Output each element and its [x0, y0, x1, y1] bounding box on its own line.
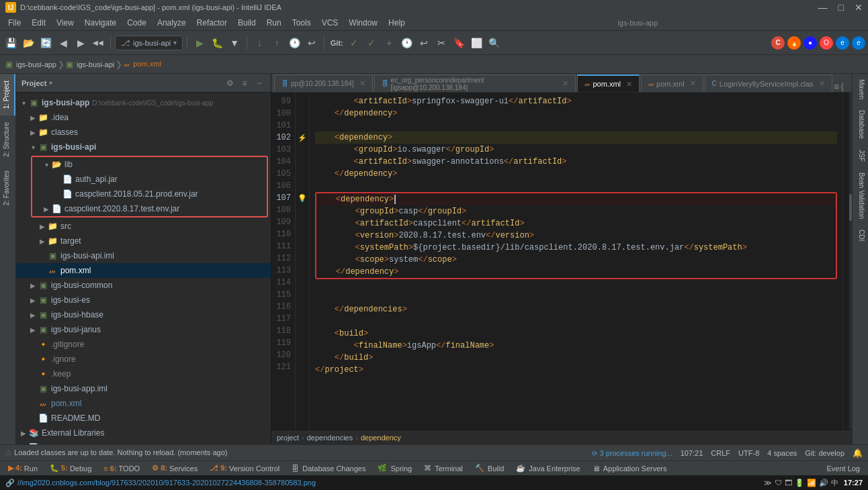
save-btn[interactable]: 💾: [3, 35, 19, 51]
status-indent[interactable]: 4 spaces: [767, 449, 797, 457]
code-area[interactable]: <artifactId>springfox-swagger-ui</artifa…: [310, 93, 842, 430]
chrome-icon[interactable]: C: [771, 36, 785, 50]
breadcrumb-pom[interactable]: 𝓂 pom.xml: [124, 60, 161, 68]
tree-busi-api[interactable]: ▾ ▣ igs-busi-api: [16, 140, 271, 154]
tab-db1[interactable]: 🗄 pp@10.200.138.184] ✕: [274, 75, 373, 92]
tree-app-iml[interactable]: ▣ igs-busi-app.iml: [16, 381, 271, 396]
bottom-java-enterprise-btn[interactable]: ☕ Java Enterprise: [511, 462, 585, 474]
menu-help[interactable]: Help: [383, 17, 410, 29]
bottom-db-changes-btn[interactable]: 🗄 Database Changes: [286, 463, 371, 474]
bookmark-btn[interactable]: 🔖: [451, 35, 467, 51]
run-config-btn[interactable]: ▼: [226, 35, 243, 51]
git-tick2[interactable]: ✓: [363, 35, 380, 51]
tree-busi-es[interactable]: ▶ ▣ igs-busi-es: [16, 293, 271, 307]
tree-ignore[interactable]: 🔸 .ignore: [16, 352, 271, 366]
git-tick1[interactable]: ✓: [346, 35, 362, 51]
bottom-spring-btn[interactable]: 🌿 Spring: [372, 462, 417, 474]
tree-api-pom[interactable]: 𝓂 pom.xml: [16, 263, 271, 278]
status-encoding[interactable]: UTF-8: [738, 449, 759, 457]
revert-btn[interactable]: ↩: [416, 35, 432, 51]
search-btn[interactable]: 🔍: [486, 35, 502, 51]
editor-settings-btn[interactable]: ≡: [834, 81, 839, 92]
bottom-event-log-btn[interactable]: Event Log: [821, 463, 865, 474]
tree-readme[interactable]: 📄 README.MD: [16, 411, 271, 426]
bottom-terminal-btn[interactable]: ⌘ Terminal: [419, 462, 468, 474]
maximize-btn[interactable]: □: [838, 2, 844, 13]
editor-expand-btn[interactable]: ⟨: [840, 81, 844, 92]
tab-jsf[interactable]: JSF: [853, 144, 868, 167]
status-line-ending[interactable]: CRLF: [711, 449, 730, 457]
breadcrumb-app[interactable]: ▣ igs-busi-app: [5, 60, 56, 69]
git-rollback-btn[interactable]: ↩: [304, 35, 320, 51]
tree-root[interactable]: ▾ ▣ igs-busi-app D:\cebbank-code\IGS_cod…: [16, 95, 271, 110]
menu-file[interactable]: File: [3, 17, 26, 29]
back-btn[interactable]: ◀: [55, 35, 71, 51]
tree-auth-jar[interactable]: 📄 auth_api.jar: [32, 172, 267, 187]
git-plus[interactable]: +: [381, 35, 397, 51]
menu-code[interactable]: Code: [122, 17, 152, 29]
debug-btn[interactable]: 🐛: [209, 35, 225, 51]
menu-window[interactable]: Window: [343, 17, 383, 29]
tree-casp-2018[interactable]: 📄 caspclient.2018.05.21.prod.env.jar: [32, 187, 267, 201]
sync-btn[interactable]: 🔄: [38, 35, 54, 51]
square-btn[interactable]: ⬜: [468, 35, 484, 51]
tab-maven[interactable]: Maven: [853, 74, 868, 105]
git-icon[interactable]: Git:: [329, 35, 345, 51]
tree-keep[interactable]: 🔸 .keep: [16, 366, 271, 381]
bottom-debug-btn[interactable]: 🐛 5: Debug: [44, 462, 97, 474]
breadcrumb-api[interactable]: ▣ igs-busi-api: [66, 60, 114, 69]
open-btn[interactable]: 📂: [20, 35, 36, 51]
tree-classes[interactable]: ▶ 📁 classes: [16, 125, 271, 140]
scissors-btn[interactable]: ✂: [433, 35, 449, 51]
menu-view[interactable]: View: [51, 17, 79, 29]
opera-icon[interactable]: O: [820, 36, 833, 50]
bottom-build-btn[interactable]: 🔨 Build: [470, 462, 509, 474]
edge-icon[interactable]: e: [836, 36, 849, 50]
menu-edit[interactable]: Edit: [26, 17, 51, 29]
tree-lib[interactable]: ▾ 📂 lib: [32, 157, 267, 172]
back2-btn[interactable]: ◀◀: [90, 35, 106, 51]
menu-build[interactable]: Build: [232, 17, 261, 29]
tree-ext-libs[interactable]: ▶ 📚 External Libraries: [16, 426, 271, 440]
bottom-vcs-btn[interactable]: ⎇ 9: Version Control: [204, 462, 285, 474]
project-gear-btn[interactable]: −: [253, 77, 265, 89]
tree-src[interactable]: ▶ 📁 src: [16, 219, 271, 234]
ie-icon[interactable]: ●: [804, 36, 817, 50]
forward-btn[interactable]: ▶: [73, 35, 89, 51]
tab-project[interactable]: 1: Project: [0, 74, 15, 115]
tab-db2[interactable]: 🗄 ec_org_personconndepartment [igsapp@10…: [374, 75, 576, 92]
tree-busi-common[interactable]: ▶ ▣ igs-busi-common: [16, 278, 271, 293]
tab-pom-active[interactable]: 𝓂 pom.xml ✕: [577, 75, 640, 92]
tree-target[interactable]: ▶ 📁 target: [16, 234, 271, 248]
edge2-icon[interactable]: e: [852, 36, 865, 50]
menu-analyze[interactable]: Analyze: [152, 17, 191, 29]
menu-run[interactable]: Run: [261, 17, 287, 29]
firefox-icon[interactable]: 🔥: [787, 36, 801, 50]
tab-database[interactable]: Database: [853, 105, 868, 144]
minimize-btn[interactable]: —: [818, 2, 828, 13]
tab-cdi[interactable]: CDI: [853, 224, 868, 246]
tree-scratches[interactable]: ▶ 📝 Scratches and Consoles: [16, 440, 271, 444]
bottom-services-btn[interactable]: ⚙ 8: Services: [146, 462, 203, 474]
tree-busi-hbase[interactable]: ▶ ▣ igs-busi-hbase: [16, 307, 271, 322]
tree-app-pom[interactable]: 𝓂 pom.xml: [16, 396, 271, 411]
tab-structure[interactable]: 2: Structure: [0, 115, 15, 164]
bottom-run-btn[interactable]: ▶ 4: Run: [3, 462, 43, 474]
menu-refactor[interactable]: Refactor: [191, 17, 232, 29]
menu-tools[interactable]: Tools: [287, 17, 316, 29]
clock-btn[interactable]: 🕐: [398, 35, 415, 51]
tree-busi-janus[interactable]: ▶ ▣ igs-busi-janus: [16, 322, 271, 337]
bottom-app-servers-btn[interactable]: 🖥 Application Servers: [587, 463, 672, 474]
menu-navigate[interactable]: Navigate: [79, 17, 122, 29]
project-collapse-btn[interactable]: ≡: [238, 77, 251, 89]
tree-api-iml[interactable]: ▣ igs-busi-api.iml: [16, 248, 271, 263]
tree-gitignore[interactable]: 🔸 .gitignore: [16, 337, 271, 352]
tree-idea[interactable]: ▶ 📁 .idea: [16, 110, 271, 125]
tree-casp-2020[interactable]: ▶ 📄 caspclient.2020.8.17.test.env.jar: [32, 201, 267, 216]
tab-class[interactable]: C LoginVeryfiyServiceImpl.clas ✕: [705, 75, 832, 92]
tab-favorites[interactable]: 2: Favorites: [0, 164, 15, 212]
menu-vcs[interactable]: VCS: [316, 17, 344, 29]
project-config-btn[interactable]: ⚙: [224, 77, 236, 89]
git-update-btn[interactable]: ↓: [251, 35, 267, 51]
git-push-btn[interactable]: ↑: [269, 35, 285, 51]
